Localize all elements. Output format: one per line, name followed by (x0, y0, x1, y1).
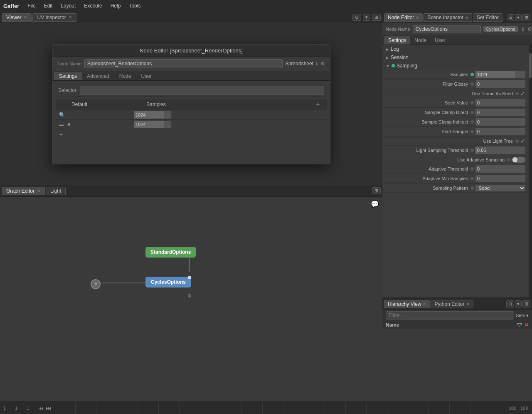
modal-add-column-btn[interactable]: + (312, 99, 323, 109)
prop-sample-clamp-direct-bar[interactable]: 0 (475, 109, 525, 116)
modal-tab-advanced[interactable]: Advanced (82, 72, 114, 80)
prop-sampling-pattern-dropdown[interactable]: Sobol PMJ02BN (475, 185, 525, 191)
modal-add-row-btn[interactable]: + (59, 131, 63, 138)
graph-grid-btn[interactable]: ⊞ (372, 187, 381, 194)
prop-seed-value-dot[interactable] (470, 101, 474, 104)
menu-help[interactable]: Help (107, 2, 124, 10)
hierarchy-dropdown-btn[interactable]: ▾ (515, 300, 522, 307)
prop-adaptive-threshold-dot[interactable] (470, 167, 474, 171)
graph-tab-bar: Graph Editor ✕ Light ⊞ (0, 185, 382, 197)
modal-row-1-slider[interactable]: 1024 (134, 111, 171, 119)
modal-node-name-input[interactable] (84, 59, 283, 68)
hierarchy-x-icon[interactable]: ✖ (525, 322, 529, 328)
timeline-prev-btn[interactable]: ⏮ (38, 405, 44, 412)
hierarchy-shield-icon[interactable]: 🛡 (517, 322, 522, 328)
tab-python-editor[interactable]: Python Editor ✕ (431, 300, 473, 308)
tab-scene-inspector[interactable]: Scene Inspector ✕ (424, 13, 472, 22)
node-gear-icon[interactable]: ⚙ (527, 26, 532, 32)
tab-uv-inspector[interactable]: UV Inspector ✕ (32, 13, 76, 22)
prop-adaptive-min-samples-bar[interactable]: 0 (475, 175, 525, 182)
prop-use-adaptive-sampling-knob (512, 157, 517, 162)
tab-viewer-close[interactable]: ✕ (24, 15, 27, 20)
menu-layout[interactable]: Layout (57, 2, 79, 10)
prop-use-adaptive-sampling-toggle[interactable] (512, 157, 525, 163)
tab-graph-editor-close[interactable]: ✕ (37, 188, 40, 193)
tab-hierarchy-view[interactable]: Hierarchy View ✕ (384, 300, 430, 308)
node-info-icon[interactable]: ℹ (522, 26, 524, 32)
scroll-thumb[interactable] (529, 53, 532, 78)
tab-set-editor[interactable]: Set Editor (473, 13, 502, 22)
node-cycles-options[interactable]: CyclesOptions (145, 277, 191, 288)
prop-use-frame-as-seed-dot[interactable] (515, 92, 519, 95)
settings-tab-node[interactable]: Node (410, 36, 431, 45)
section-sampling[interactable]: ▼ Sampling (382, 62, 529, 70)
settings-tab-settings[interactable]: Settings (384, 36, 410, 45)
menu-file[interactable]: File (24, 2, 39, 10)
menu-edit[interactable]: Edit (41, 2, 56, 10)
scroll-track[interactable] (529, 45, 532, 297)
prop-sample-clamp-indirect-bar[interactable]: 0 (475, 118, 525, 126)
prop-light-sampling-threshold-dot[interactable] (470, 149, 474, 152)
tab-node-editor[interactable]: Node Editor ✕ (384, 13, 423, 22)
settings-tab-user[interactable]: User (431, 36, 449, 45)
viewer-dropdown-btn[interactable]: ▾ (363, 14, 370, 21)
hierarchy-sets-label[interactable]: Sets ▾ (516, 313, 529, 318)
section-log[interactable]: ▶ Log (382, 45, 529, 53)
node-editor-dropdown-btn[interactable]: ▾ (515, 14, 522, 21)
tab-viewer[interactable]: Viewer ✕ (2, 13, 32, 22)
tab-graph-editor[interactable]: Graph Editor ✕ (2, 187, 45, 195)
section-session[interactable]: ▶ Session (382, 53, 529, 62)
prop-adaptive-threshold-label: Adaptive Threshold (391, 166, 470, 171)
menu-tools[interactable]: Tools (126, 2, 144, 10)
node-connector-bottom[interactable] (188, 294, 191, 297)
prop-adaptive-threshold-bar[interactable]: 0 (475, 165, 525, 173)
node-name-input[interactable] (413, 25, 481, 33)
graph-chat-btn[interactable]: 💬 (371, 200, 379, 208)
hierarchy-filter-input[interactable] (386, 311, 514, 320)
prop-light-sampling-threshold-bar[interactable]: 0.05 (475, 146, 525, 154)
modal-row-2-slider[interactable]: 1024 (134, 121, 171, 128)
prop-sample-clamp-direct-dot[interactable] (470, 111, 474, 114)
node-connector-top[interactable] (188, 276, 191, 279)
prop-sample-clamp-indirect-dot[interactable] (470, 120, 474, 124)
prop-samples-bar[interactable]: 1024 (475, 71, 525, 78)
node-editor-grid-btn[interactable]: ⊞ (522, 14, 530, 21)
prop-seed-value-bar[interactable]: 0 (475, 99, 525, 107)
prop-start-sample-bar[interactable]: 0 (475, 128, 525, 135)
timeline-ruler[interactable] (55, 402, 505, 414)
prop-sampling-pattern-dot[interactable] (470, 186, 474, 190)
hierarchy-grid-btn[interactable]: ⊞ (522, 300, 530, 307)
modal-gear-icon[interactable]: ⚙ (320, 61, 325, 67)
viewer-target-btn[interactable]: ⊙ (352, 14, 361, 21)
modal-tab-user[interactable]: User (136, 72, 156, 80)
tab-light[interactable]: Light (46, 187, 66, 195)
viewer-grid-btn[interactable]: ⊞ (372, 14, 381, 21)
prop-use-adaptive-sampling-dot[interactable] (507, 158, 510, 161)
node-editor-tab-bar: Node Editor ✕ Scene Inspector ✕ Set Edit… (382, 12, 532, 23)
hierarchy-header: Name 🛡 ✖ (382, 321, 532, 329)
node-hash[interactable]: # (91, 279, 101, 289)
modal-tab-settings[interactable]: Settings (54, 72, 82, 80)
modal-tab-bar: Settings Advanced Node User (52, 71, 330, 81)
tab-scene-inspector-close[interactable]: ✕ (465, 15, 468, 20)
prop-samples-dot[interactable] (470, 73, 474, 76)
tab-hierarchy-view-close[interactable]: ✕ (423, 302, 426, 306)
tab-python-editor-close[interactable]: ✕ (466, 302, 470, 306)
hierarchy-target-btn[interactable]: ⊙ (506, 300, 514, 307)
prop-filter-glossy-dot[interactable] (470, 82, 474, 86)
modal-info-icon[interactable]: ℹ (316, 61, 318, 67)
prop-start-sample-dot[interactable] (470, 130, 474, 133)
modal-tab-node[interactable]: Node (114, 72, 136, 80)
node-standard-options[interactable]: StandardOptions (145, 247, 196, 258)
tab-uv-inspector-close[interactable]: ✕ (69, 15, 72, 20)
prop-adaptive-min-samples-dot[interactable] (470, 177, 474, 180)
prop-filter-glossy-bar[interactable]: 0 (475, 80, 525, 88)
prop-use-light-tree-dot[interactable] (515, 139, 519, 143)
tab-node-editor-close[interactable]: ✕ (416, 15, 419, 20)
node-editor-menu-btn[interactable]: ≡ (507, 14, 514, 21)
modal-selector-input[interactable] (80, 86, 324, 95)
node-name-tag: CyclesOptions (483, 26, 518, 32)
timeline-step-prev-btn[interactable]: ⏭ (46, 405, 52, 412)
menu-execute[interactable]: Execute (81, 2, 105, 10)
prop-seed-value-label: Seed Value (391, 100, 470, 105)
